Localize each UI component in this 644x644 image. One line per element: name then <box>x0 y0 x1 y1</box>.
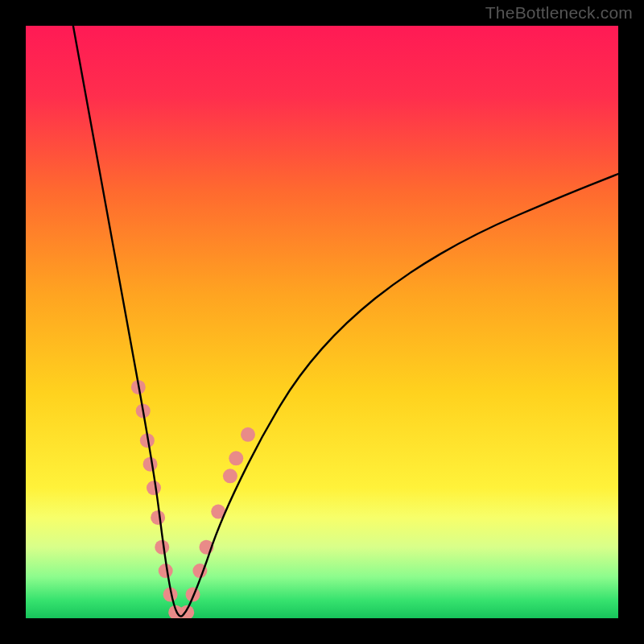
plot-area <box>26 26 618 618</box>
highlight-dot <box>229 451 243 465</box>
highlight-dot <box>241 427 255 442</box>
highlight-dot <box>155 540 169 555</box>
curve-layer <box>26 26 618 618</box>
bottleneck-curve <box>73 26 618 617</box>
chart-frame: TheBottleneck.com <box>0 0 644 644</box>
green-band <box>26 601 618 618</box>
highlight-dot <box>151 510 165 525</box>
highlight-dot <box>223 469 237 483</box>
highlight-dot <box>143 457 158 472</box>
highlight-dots <box>131 380 255 618</box>
watermark-text: TheBottleneck.com <box>485 3 633 23</box>
highlight-dot <box>147 481 161 495</box>
